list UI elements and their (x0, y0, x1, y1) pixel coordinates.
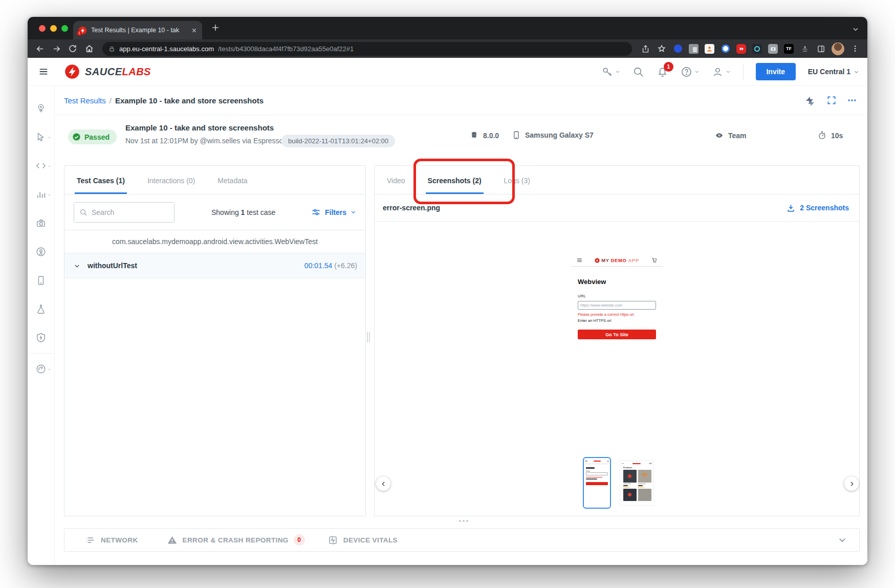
left-icon-rail (28, 86, 55, 565)
region-selector[interactable]: EU Central 1 (808, 68, 859, 76)
close-window-button[interactable] (39, 25, 46, 32)
app-header: SAUCELABS 1 (28, 58, 867, 86)
device-vitals-section[interactable]: DEVICE VITALS (328, 535, 398, 546)
next-screenshot-button[interactable] (844, 476, 859, 491)
api-key-menu[interactable] (601, 66, 620, 78)
collapse-chevron-icon[interactable] (74, 263, 80, 269)
new-tab-button[interactable] (210, 23, 221, 33)
help-menu[interactable] (681, 66, 700, 78)
mini-url-input (578, 301, 656, 310)
sidebar-item-mobile[interactable] (28, 266, 54, 295)
mini-error-primary: Please provide a correct https url. (578, 312, 656, 317)
thumbnail-products-screen[interactable]: Products (620, 460, 654, 506)
tab-interactions[interactable]: Interactions (0) (147, 177, 195, 194)
panel-resize-handle[interactable] (367, 332, 371, 342)
download-screenshots-link[interactable]: 2 Screenshots (786, 203, 849, 213)
jira-icon[interactable] (804, 94, 816, 106)
browser-titlebar: 1 Test Results | Example 10 - tak (28, 17, 867, 39)
screenshot-viewer[interactable]: MYDEMOAPP Webview URL Please provide a c… (571, 254, 663, 355)
saucelabs-logo-icon[interactable] (64, 64, 80, 79)
extension-react-icon[interactable] (752, 44, 762, 54)
network-section[interactable]: NETWORK (85, 535, 138, 546)
test-time-value: 00:01.54 (304, 262, 333, 270)
profile-avatar[interactable] (832, 42, 844, 55)
share-icon[interactable] (638, 41, 652, 56)
previous-screenshot-button[interactable] (376, 476, 390, 491)
vitals-icon (328, 535, 338, 546)
sidebar-item-performance[interactable] (28, 355, 54, 383)
tab-logs[interactable]: Logs (3) (504, 177, 530, 194)
screenshot-file-name: error-screen.png (383, 204, 440, 212)
search-icon[interactable] (632, 66, 644, 78)
sidebar-item-automated[interactable] (28, 151, 54, 180)
mini-brand-demo: DEMO (611, 257, 627, 263)
tab-video[interactable]: Video (387, 177, 405, 194)
breadcrumb-current: Example 10 - take and store screenshots (115, 96, 264, 105)
thumbnail-error-screen[interactable] (583, 457, 611, 509)
device-name: Samsung Galaxy S7 (525, 131, 594, 139)
sidebar-item-analytics[interactable] (28, 180, 54, 209)
device-item: Samsung Galaxy S7 (512, 130, 594, 140)
os-version-item: 8.0.0 (469, 130, 499, 140)
mini-app-body: Webview URL Please provide a correct htt… (571, 278, 663, 339)
error-crash-section[interactable]: ERROR & CRASH REPORTING 0 (167, 534, 305, 546)
breadcrumb-row: Test Results / Example 10 - take and sto… (55, 86, 867, 115)
bottom-bar: NETWORK ERROR & CRASH REPORTING 0 DEVICE… (64, 528, 860, 552)
breadcrumb-link[interactable]: Test Results (64, 96, 106, 105)
split-view-icon[interactable] (814, 41, 828, 56)
more-actions-icon[interactable] (847, 95, 857, 105)
extension-blue-circle-icon[interactable] (673, 44, 683, 54)
sidebar-item-open-source[interactable] (28, 237, 54, 266)
sidebar-item-visual[interactable] (28, 209, 54, 237)
extension-play-icon[interactable] (736, 44, 746, 54)
sidebar-item-test-lab[interactable] (28, 295, 54, 323)
sidebar-item-security[interactable] (28, 323, 54, 352)
tab-test-cases[interactable]: Test Cases (1) (77, 177, 125, 194)
left-panel-tabs: Test Cases (1) Interactions (0) Metadata (64, 166, 365, 194)
build-badge[interactable]: build-2022-11-01T13:01:24+02:00 (281, 135, 395, 147)
notifications-bell-icon[interactable]: 1 (657, 66, 668, 78)
tab-screenshots[interactable]: Screenshots (2) (428, 177, 482, 194)
address-bar[interactable]: app.eu-central-1.saucelabs.com/tests/b43… (102, 42, 632, 56)
duration-item: 10s (817, 130, 843, 140)
mini-cart-icon (651, 257, 658, 264)
sidebar-item-live-testing[interactable] (28, 123, 54, 151)
bottom-bar-expand-chevron[interactable] (838, 535, 847, 545)
filters-button[interactable]: Filters (311, 207, 356, 217)
favicon-badge: 1 (77, 31, 82, 36)
search-input-icon (79, 208, 88, 216)
account-menu[interactable] (712, 66, 731, 78)
invite-button[interactable]: Invite (756, 63, 796, 80)
sidebar-item-insights[interactable] (28, 94, 54, 123)
extension-clipboard-icon[interactable] (689, 44, 698, 54)
extension-tf-icon[interactable]: TF (784, 44, 794, 54)
main-menu-icon[interactable] (38, 66, 49, 77)
back-button[interactable] (33, 41, 47, 56)
test-case-row[interactable]: withoutUrlTest 00:01.54 (+6.26) (64, 253, 365, 278)
browser-tab[interactable]: 1 Test Results | Example 10 - tak (73, 21, 202, 39)
visibility-item: Team (714, 130, 747, 140)
error-count-badge: 0 (294, 534, 305, 546)
tab-metadata[interactable]: Metadata (217, 177, 247, 194)
thumb2-heading: Products (623, 466, 652, 469)
bookmark-star-icon[interactable] (654, 41, 669, 56)
android-icon (469, 130, 479, 140)
extension-clock-icon[interactable] (721, 44, 730, 54)
tab-search-chevron-icon[interactable] (852, 26, 859, 33)
forward-button[interactable] (49, 41, 63, 56)
tab-close-icon[interactable] (191, 28, 197, 33)
minimize-window-button[interactable] (50, 25, 57, 32)
maximize-window-button[interactable] (61, 25, 68, 32)
search-input[interactable] (74, 203, 174, 222)
notification-badge: 1 (664, 62, 673, 72)
media-panel: Video Screenshots (2) Logs (3) error-scr… (374, 165, 860, 516)
extension-person-orange-icon[interactable] (705, 44, 714, 54)
extension-camera-icon[interactable] (768, 44, 778, 54)
reload-button[interactable] (66, 41, 80, 56)
extension-bug-icon[interactable] (800, 44, 810, 54)
bottom-resize-handle[interactable] (457, 519, 470, 523)
browser-menu-icon[interactable] (848, 41, 862, 56)
fullscreen-icon[interactable] (826, 95, 837, 105)
home-button[interactable] (82, 41, 96, 56)
header-divider (743, 63, 744, 80)
